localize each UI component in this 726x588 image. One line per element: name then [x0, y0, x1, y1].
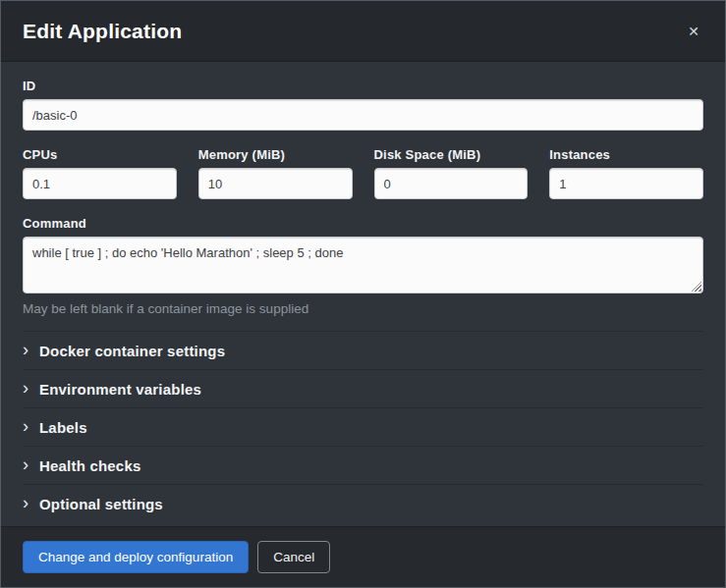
disk-label: Disk Space (MiB) — [374, 147, 529, 162]
section-label: Environment variables — [39, 381, 201, 398]
modal-header: Edit Application ✕ — [1, 1, 725, 62]
resources-row: CPUs Memory (MiB) Disk Space (MiB) Insta… — [23, 147, 703, 199]
close-icon[interactable]: ✕ — [684, 21, 703, 42]
id-label: ID — [23, 79, 703, 93]
modal-body: ID CPUs Memory (MiB) Disk Space (MiB) In… — [1, 62, 725, 526]
chevron-right-icon: › — [23, 494, 28, 511]
chevron-right-icon: › — [23, 341, 28, 358]
section-label: Labels — [39, 419, 87, 436]
cancel-button[interactable]: Cancel — [257, 541, 330, 573]
cpus-input[interactable] — [23, 168, 177, 199]
id-field-group: ID — [23, 79, 703, 131]
memory-input[interactable] — [198, 168, 353, 199]
disk-field-group: Disk Space (MiB) — [374, 147, 529, 199]
instances-label: Instances — [549, 147, 703, 162]
instances-field-group: Instances — [549, 147, 703, 199]
modal-footer: Change and deploy configuration Cancel — [1, 526, 725, 587]
section-optional-settings[interactable]: › Optional settings — [23, 484, 703, 522]
memory-field-group: Memory (MiB) — [198, 147, 353, 199]
section-label: Health checks — [39, 457, 140, 474]
edit-application-modal: Edit Application ✕ ID CPUs Memory (MiB) … — [0, 0, 726, 588]
memory-label: Memory (MiB) — [198, 147, 353, 162]
section-docker-container-settings[interactable]: › Docker container settings — [23, 331, 703, 369]
command-field-group: Command while [ true ] ; do echo 'Hello … — [23, 216, 703, 316]
chevron-right-icon: › — [23, 379, 28, 397]
modal-title: Edit Application — [23, 20, 182, 43]
chevron-right-icon: › — [23, 417, 28, 435]
section-label: Docker container settings — [39, 343, 225, 359]
disk-input[interactable] — [374, 168, 529, 199]
instances-input[interactable] — [549, 168, 703, 199]
section-environment-variables[interactable]: › Environment variables — [23, 369, 703, 407]
cpus-field-group: CPUs — [23, 147, 177, 199]
section-labels[interactable]: › Labels — [23, 407, 703, 446]
command-textarea-wrap: while [ true ] ; do echo 'Hello Marathon… — [23, 237, 703, 294]
collapsible-sections: › Docker container settings › Environmen… — [23, 331, 703, 522]
id-input[interactable] — [23, 99, 703, 131]
section-label: Optional settings — [39, 496, 163, 512]
command-label: Command — [23, 216, 703, 231]
cpus-label: CPUs — [23, 147, 177, 162]
change-and-deploy-button[interactable]: Change and deploy configuration — [23, 541, 249, 573]
command-textarea[interactable]: while [ true ] ; do echo 'Hello Marathon… — [23, 237, 703, 294]
section-health-checks[interactable]: › Health checks — [23, 446, 703, 484]
chevron-right-icon: › — [23, 455, 28, 473]
command-help-text: May be left blank if a container image i… — [23, 301, 703, 316]
